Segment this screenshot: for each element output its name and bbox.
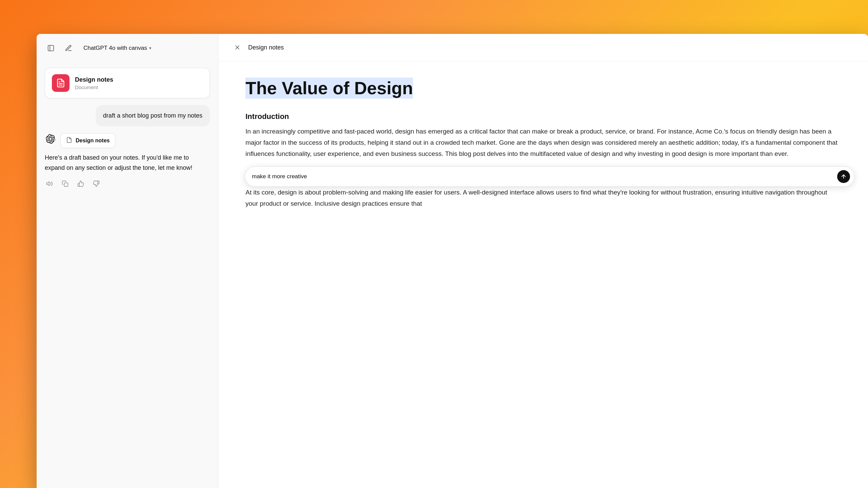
blog-post-title: The Value of Design	[245, 78, 413, 99]
ai-doc-ref-label: Design notes	[76, 138, 110, 144]
close-canvas-button[interactable]	[232, 42, 243, 53]
ai-response-section: Design notes Here's a draft based on you…	[45, 133, 210, 188]
model-selector[interactable]: ChatGPT 4o with canvas ▾	[80, 43, 155, 54]
inline-edit-bar	[245, 166, 854, 187]
document-card-icon	[52, 74, 70, 92]
canvas-header: Design notes	[218, 34, 868, 61]
sidebar-toggle-button[interactable]	[45, 42, 57, 54]
ai-response-text: Here's a draft based on your notes. If y…	[45, 153, 210, 173]
model-name-label: ChatGPT 4o with canvas	[83, 45, 147, 52]
document-info: Design notes Document	[75, 76, 113, 90]
document-card-type: Document	[75, 84, 113, 90]
feedback-row	[45, 179, 210, 188]
intro-heading: Introduction	[245, 112, 841, 121]
inline-send-button[interactable]	[837, 170, 850, 183]
svg-marker-4	[47, 182, 50, 186]
intro-paragraph: In an increasingly competitive and fast-…	[245, 126, 841, 160]
document-card[interactable]: Design notes Document	[45, 68, 210, 98]
left-panel: ChatGPT 4o with canvas ▾ Design note	[37, 34, 218, 488]
canvas-content: The Value of Design Introduction In an i…	[218, 61, 868, 488]
right-panel: Design notes The Value of Design Introdu…	[218, 34, 868, 488]
chevron-down-icon: ▾	[149, 46, 151, 50]
inline-edit-input[interactable]	[252, 173, 834, 180]
blog-title-wrapper: The Value of Design	[245, 78, 841, 99]
doc-ref-icon	[66, 137, 72, 144]
ai-avatar	[45, 133, 56, 145]
new-chat-button[interactable]	[62, 42, 75, 54]
audio-button[interactable]	[45, 179, 54, 188]
canvas-title: Design notes	[248, 44, 284, 51]
chat-area: Design notes Document draft a short blog…	[37, 61, 218, 488]
copy-button[interactable]	[60, 179, 70, 188]
thumbs-up-button[interactable]	[76, 179, 85, 188]
thumbs-down-button[interactable]	[92, 179, 101, 188]
ai-doc-ref[interactable]: Design notes	[60, 133, 115, 148]
section2-paragraph: At its core, design is about problem-sol…	[245, 187, 841, 209]
user-message: draft a short blog post from my notes	[96, 105, 210, 126]
app-header: ChatGPT 4o with canvas ▾	[37, 34, 218, 61]
svg-rect-5	[64, 183, 68, 187]
svg-rect-0	[48, 45, 54, 51]
document-card-title: Design notes	[75, 76, 113, 83]
